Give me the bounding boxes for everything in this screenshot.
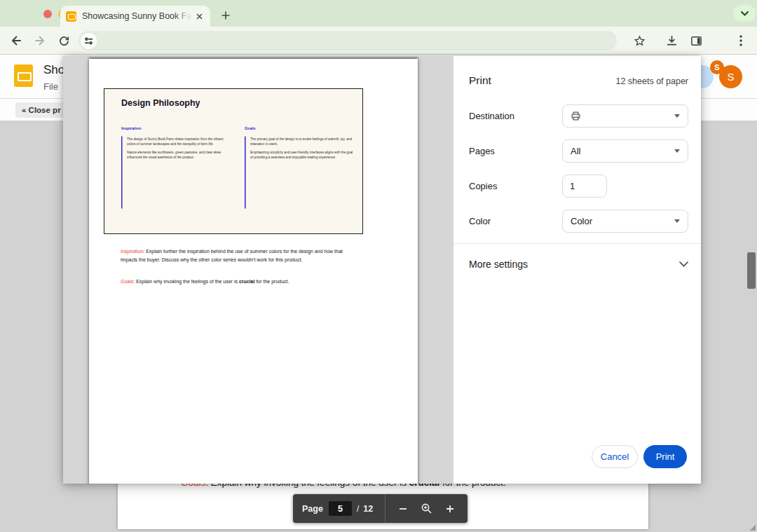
star-icon — [634, 35, 646, 47]
tab-title: Showcasing Sunny Book Farm — [82, 11, 192, 21]
copies-input[interactable] — [562, 175, 607, 198]
slide-paragraph: Nature elements like sunflowers, green p… — [127, 150, 231, 160]
column-heading: Inspiration — [121, 126, 233, 130]
dialog-title: Print — [469, 74, 491, 87]
browser-toolbar: S — [0, 27, 757, 55]
tab-close-button[interactable] — [193, 11, 205, 22]
print-dialog: Design Philosophy Inspiration The design… — [63, 56, 701, 484]
zoom-out-button[interactable] — [395, 500, 411, 517]
magnifier-plus-icon — [421, 503, 432, 514]
slide-thumbnail: Design Philosophy Inspiration The design… — [104, 88, 363, 234]
pages-label: Pages — [469, 146, 562, 156]
screen: Showcasing Sunny Book Farm File S « Clos… — [0, 0, 757, 532]
settings-divider — [453, 243, 701, 244]
printer-icon — [571, 111, 581, 121]
color-label: Color — [469, 216, 562, 226]
tune-icon — [84, 36, 93, 46]
slide-paragraph: The primary goal of the design is to evo… — [250, 137, 354, 146]
vertical-scrollbar-thumb[interactable] — [747, 252, 756, 289]
print-settings-panel: Print 12 sheets of paper Destination Pag… — [453, 56, 701, 484]
pdf-page-toolbar: Page / 12 — [293, 494, 468, 523]
cancel-button[interactable]: Cancel — [592, 445, 638, 468]
three-dots-icon — [739, 35, 742, 46]
chevron-down-icon — [741, 11, 749, 16]
arrow-left-icon — [10, 34, 22, 47]
color-select[interactable]: Color — [562, 210, 688, 233]
destination-label: Destination — [469, 111, 562, 121]
print-button[interactable]: Print — [643, 445, 687, 468]
address-bar[interactable] — [79, 31, 617, 50]
google-slides-logo — [14, 64, 33, 87]
pages-select[interactable]: All — [562, 139, 688, 163]
plus-icon — [221, 11, 231, 20]
close-preview-button[interactable]: « Close pr — [15, 102, 63, 118]
slides-doc-title: Showcasing Sunny Book Farm — [43, 63, 63, 79]
column-heading: Goals — [245, 126, 357, 130]
download-icon — [666, 35, 678, 47]
side-panel-button[interactable] — [688, 33, 704, 48]
page-total: 12 — [363, 504, 373, 514]
plus-icon — [445, 504, 455, 514]
dropdown-caret-icon — [674, 219, 680, 223]
resize-corner — [749, 524, 756, 531]
browser-menu-button[interactable] — [733, 33, 749, 48]
page-separator: / — [357, 504, 359, 514]
site-settings-chip[interactable] — [81, 33, 97, 49]
tab-search-button[interactable] — [733, 5, 756, 22]
note-inspiration: Inspiration: Explain further the inspira… — [121, 247, 343, 264]
copies-label: Copies — [469, 181, 562, 191]
chevron-down-icon — [679, 261, 688, 267]
sheets-count: 12 sheets of paper — [615, 76, 688, 86]
slide-title: Design Philosophy — [121, 98, 200, 108]
bookmark-button[interactable] — [632, 33, 647, 48]
zoom-in-button[interactable] — [442, 500, 458, 517]
browser-tab[interactable]: Showcasing Sunny Book Farm — [60, 6, 210, 27]
tab-strip: Showcasing Sunny Book Farm — [0, 0, 757, 27]
minus-icon — [398, 504, 408, 514]
page-number-input[interactable] — [329, 501, 352, 516]
side-panel-icon — [690, 35, 702, 47]
dropdown-caret-icon — [674, 149, 680, 153]
reload-icon — [58, 35, 70, 47]
slide-paragraph: The design of Sunny Book Farm draws insp… — [127, 137, 231, 146]
preview-sheet: Design Philosophy Inspiration The design… — [89, 59, 418, 484]
dropdown-caret-icon — [674, 114, 680, 118]
close-icon — [196, 13, 203, 20]
zoom-tool-button[interactable] — [418, 500, 435, 517]
more-settings-button[interactable]: More settings — [469, 250, 688, 278]
slide-column-inspiration: Inspiration The design of Sunny Book Far… — [121, 126, 233, 209]
download-button[interactable] — [664, 33, 679, 48]
new-tab-button[interactable] — [217, 7, 234, 24]
reload-button[interactable] — [56, 33, 71, 48]
slides-favicon — [66, 11, 76, 22]
forward-button[interactable] — [32, 33, 48, 48]
arrow-right-icon — [34, 34, 46, 47]
note-goals: Goals: Explain why invoking the feelings… — [121, 278, 343, 286]
browser-profile-avatar[interactable]: S — [710, 60, 724, 74]
page-label: Page — [302, 504, 323, 514]
destination-select[interactable] — [562, 104, 688, 128]
print-preview-area: Design Philosophy Inspiration The design… — [63, 56, 453, 484]
window-close-button[interactable] — [43, 10, 52, 18]
speaker-notes: Inspiration: Explain further the inspira… — [121, 247, 343, 286]
back-button[interactable] — [8, 33, 24, 48]
menu-file[interactable]: File — [43, 81, 63, 93]
slide-column-goals: Goals The primary goal of the design is … — [245, 126, 357, 209]
slide-paragraph: Emphasizing simplicity and user-friendly… — [250, 150, 354, 160]
